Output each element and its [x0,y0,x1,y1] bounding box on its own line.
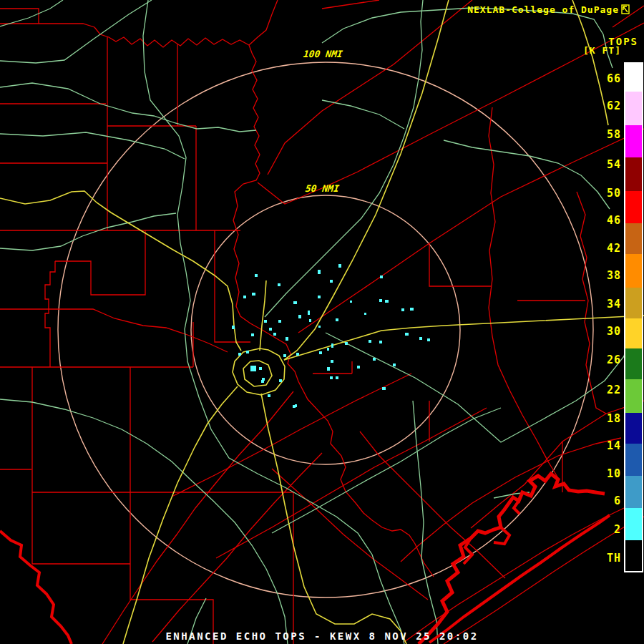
echo-cell [345,342,348,345]
radar-map [0,0,644,644]
echo-cell [393,364,396,366]
county-boundaries [0,0,644,644]
echo-cell [331,360,333,363]
echo-cell [295,404,297,407]
colorbar-tick-label: 6 [595,494,621,507]
echo-cell [250,366,256,371]
echo-cell [278,320,281,323]
colorbar-segment [625,508,642,540]
echo-cell [401,308,404,311]
echo-cell [286,337,288,341]
colorbar-tick-label: 18 [595,412,621,425]
echo-cell [327,348,329,351]
range-label-50nmi: 50 NMI [305,183,340,194]
colorbar-tick-label: 14 [595,439,621,452]
echo-cell [318,270,321,274]
title-text: NEXLAB-College of DuPage [467,4,619,15]
title-bar: NEXLAB-College of DuPage [467,4,630,16]
echo-cell [255,274,258,277]
echo-cell [405,333,409,336]
echo-cell [298,315,301,318]
colorbar-segment [625,379,642,413]
echo-cell [251,333,254,336]
colorbar-tick-label: 30 [595,325,621,338]
colorbar-segment [625,540,642,571]
colorbar-segment [625,64,642,92]
echo-cell [357,366,360,369]
echo-cell [252,293,255,296]
echo-cell [238,353,241,356]
echo-cell [364,313,366,315]
colorbar-tick-label: 54 [595,158,621,171]
colorbar-segment [625,92,642,125]
colorbar-tick-label: 34 [595,298,621,311]
colorbar-tick-label: 22 [595,384,621,396]
echo-cell [278,283,280,286]
echo-cell [380,275,383,278]
colorbar-segment [625,125,642,157]
echo-cell [382,387,386,390]
echo-cell [268,394,270,397]
echo-cell [243,296,246,298]
colorbar-tick-label: 62 [595,99,621,112]
colorbar-tick-label: 58 [595,128,621,141]
echo-cell [246,351,249,353]
colorbar-tick-label: 10 [595,467,621,480]
echo-cell [296,353,299,356]
echo-cell [410,308,414,311]
colorbar-segment [625,318,642,348]
echo-cell [350,301,352,303]
echo-cell [331,343,333,348]
echo-cell [336,318,338,321]
radar-display: NEXLAB-College of DuPage TOPS [K FT] 666… [0,0,644,644]
echo-cell [269,328,272,331]
colorbar-segment [625,413,642,444]
echo-cell [273,333,276,336]
echo-cell [309,319,311,322]
product-status-line: ENHANCED ECHO TOPS - KEWX 8 NOV 25 20:02 [0,630,644,642]
echo-cell [232,326,235,329]
echo-cell [330,280,333,283]
echo-cell [264,320,267,323]
colorbar-segment [625,157,642,191]
echo-cell [427,338,430,341]
echo-cell [379,299,382,302]
echo-cell [293,301,297,304]
range-ring-50nmi [191,195,460,464]
echo-cell [330,376,333,379]
colorbar-segment [625,191,642,223]
colorbar-tick-label: 66 [595,72,621,85]
echo-cell [379,341,382,343]
colorbar-tick-label: 46 [595,214,621,227]
colorbar-tick-label: 2 [595,523,621,536]
colorbar-tick-label: 38 [595,269,621,282]
echo-cell [338,264,341,268]
echo-cell [283,354,286,357]
colorbar-segment [625,476,642,508]
echo-cell [419,337,422,340]
colorbar-segment [625,348,642,379]
colorbar-units: [K FT] [583,45,621,56]
echo-cell [336,376,338,379]
echo-cell [308,311,310,315]
echo-cell [369,340,371,343]
roads-secondary [0,0,633,644]
echo-cell [327,367,330,371]
roads-primary [0,0,644,644]
colorbar-segment [625,223,642,254]
colorbar-segment [625,254,642,288]
colorbar-tick-label: 26 [595,353,621,366]
echo-cell [318,296,321,298]
coastline [0,474,610,644]
colorbar-tick-label: 42 [595,242,621,255]
echo-cell [319,351,322,354]
echo-cell [373,358,376,361]
colorbar-tick-label: TH [595,552,621,565]
range-label-100nmi: 100 NMI [303,49,343,59]
colorbar-segment [625,444,642,476]
echo-cell [385,300,389,303]
colorbar [624,62,643,572]
echo-cell [318,326,321,328]
colorbar-segment [625,288,642,318]
echo-cell [262,378,265,381]
